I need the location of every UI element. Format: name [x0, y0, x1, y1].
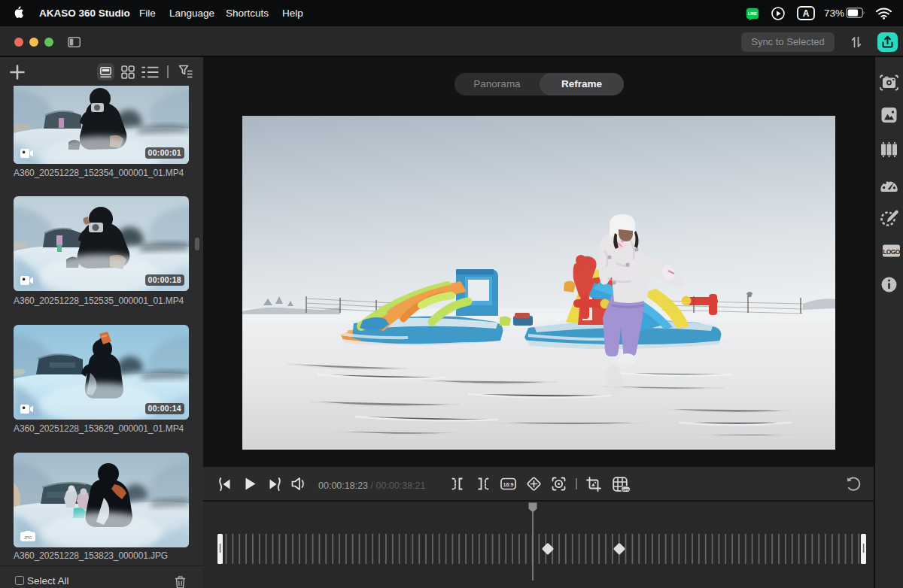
svg-text:JPG: JPG [23, 535, 32, 540]
svg-text:A: A [803, 8, 810, 19]
svg-text:LINE: LINE [748, 11, 757, 16]
svg-text:LOGO: LOGO [883, 248, 901, 256]
svg-text:OFF: OFF [622, 488, 629, 492]
svg-text:16:9: 16:9 [503, 482, 513, 487]
